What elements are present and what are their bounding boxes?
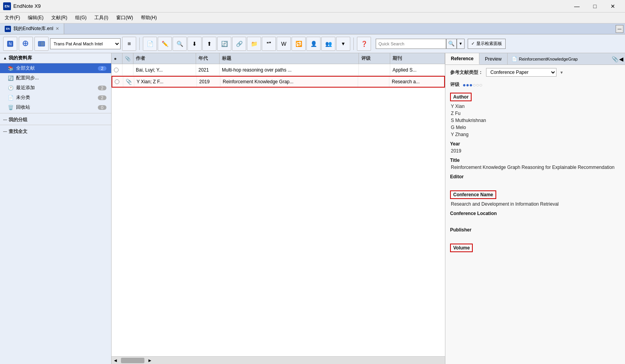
title-bar-controls: — □ ✕ (568, 0, 622, 13)
conference-name-field-value[interactable]: Research and Development in Information … (450, 201, 620, 208)
uncategorized-icon: 📄 (8, 95, 14, 100)
volume-field-label: Volume (450, 244, 473, 252)
menu-help[interactable]: 帮助(H) (138, 14, 160, 22)
close-button[interactable]: ✕ (604, 0, 622, 13)
star-1[interactable]: ● (463, 82, 466, 88)
my-library-label: 我的资料库 (9, 55, 32, 61)
th-journal[interactable]: 期刊 (390, 53, 445, 64)
sidebar-item-all-refs[interactable]: 📚 全部文献 2 (0, 63, 111, 73)
ref-type-select[interactable]: Conference Paper (486, 68, 557, 77)
attachment-icon: 📎 (126, 79, 131, 85)
menu-refs[interactable]: 文献(R) (48, 14, 70, 22)
my-library-header[interactable]: ▲ 我的资料库 (0, 53, 111, 63)
style-select[interactable]: Trans Pat Anal Mach Intel (50, 38, 121, 49)
volume-field-value[interactable] (450, 254, 620, 261)
minimize-button[interactable]: — (568, 0, 586, 13)
new-library-button[interactable]: N (3, 37, 17, 51)
editor-field-label: Editor (450, 174, 620, 179)
export-button[interactable]: ⬆ (202, 37, 216, 51)
sidebar-item-trash[interactable]: 🗑️ 回收站 0 (0, 102, 111, 112)
lib-tab-bar: EN 我的EndNote库.enl ✕ — (0, 23, 625, 34)
star-5[interactable]: ○ (476, 82, 479, 88)
collapse-right-panel-button[interactable]: ◀ (619, 56, 623, 62)
show-search-panel-button[interactable]: ✓ 显示检索面板 (468, 39, 506, 49)
show-panel-label: 显示检索面板 (476, 41, 502, 47)
tab-reference[interactable]: Reference (445, 53, 479, 65)
sidebar-item-recent[interactable]: 🕐 最近添加 2 (0, 83, 111, 93)
scroll-left-arrow[interactable]: ◄ (112, 358, 119, 363)
import-button[interactable]: ⬇ (187, 37, 202, 51)
search-submit-button[interactable]: 🔍 (446, 39, 457, 49)
publisher-field-value[interactable] (450, 233, 620, 240)
more-button[interactable]: ▼ (336, 37, 350, 51)
new-ref-button[interactable]: 📄 (143, 37, 157, 51)
app-title: EndNote X9 (13, 3, 41, 9)
star-2[interactable]: ● (466, 82, 469, 88)
sidebar-item-uncategorized[interactable]: 📄 未分类 2 (0, 93, 111, 102)
lib-tab-close-icon[interactable]: ✕ (56, 26, 59, 31)
author-field-value[interactable]: Y Xian Z Fu S Muthukrishnan G Melo Y Zha… (450, 103, 620, 138)
year-field-value[interactable]: 2019 (450, 147, 620, 154)
tab-preview[interactable]: Preview (479, 53, 508, 65)
svg-rect-6 (38, 41, 45, 46)
title-field-value[interactable]: Reinforcement Knowledge Graph Reasoning … (450, 164, 620, 171)
sidebar-item-sync[interactable]: 🔄 配置同步... (0, 73, 111, 83)
attach-tab-button[interactable]: 📎 (612, 56, 618, 62)
table-row-selected[interactable]: 📎 Y Xian; Z F... 2019 Reinforcement Know… (112, 76, 445, 88)
th-attach[interactable]: 📎 (122, 53, 133, 64)
tab-pdf[interactable]: 📄 ReinforcementKnowledgeGrap (508, 53, 610, 65)
rating-row: 评级 ● ● ● ○ ○ ○ (450, 81, 620, 88)
horizontal-scrollbar[interactable]: ◄ ► (112, 356, 445, 364)
online-search-button[interactable] (19, 37, 33, 51)
menu-edit[interactable]: 编辑(E) (25, 14, 47, 22)
scroll-handle[interactable] (121, 358, 144, 363)
th-title[interactable]: 标题 (220, 53, 359, 64)
lib-tab-minimize-btn[interactable]: — (616, 25, 623, 33)
menu-file[interactable]: 文件(F) (2, 14, 23, 22)
attach-button[interactable]: 📁 (247, 37, 261, 51)
maximize-button[interactable]: □ (586, 0, 604, 13)
ref-type-dropdown-arrow[interactable]: ▼ (560, 70, 564, 75)
th-rating[interactable]: 评级 (359, 53, 390, 64)
main-layout: ▲ 我的资料库 📚 全部文献 2 🔄 配置同步... 🕐 最近添加 2 📄 未分… (0, 53, 625, 364)
search-dropdown-button[interactable]: ▼ (457, 39, 465, 49)
star-6[interactable]: ○ (479, 82, 482, 88)
find-fulltext-text: 查找全文 (9, 128, 27, 135)
td-journal-1: Applied S... (390, 64, 445, 75)
td-author-2: Y Xian; Z F... (134, 77, 197, 87)
menu-tools[interactable]: 工具(I) (91, 14, 111, 22)
quick-search-input[interactable] (376, 39, 446, 49)
scroll-right-arrow[interactable]: ► (146, 358, 154, 363)
share-button[interactable]: 👤 (306, 37, 321, 51)
menu-window[interactable]: 窗口(W) (113, 14, 136, 22)
link-button[interactable]: 🔗 (232, 37, 246, 51)
search-online-button[interactable]: 🔍 (173, 37, 187, 51)
cite-button[interactable]: 🔄 (217, 37, 231, 51)
my-groups-label[interactable]: — 我的分组 (0, 114, 111, 124)
find-fulltext-label[interactable]: — 查找全文 (0, 126, 111, 136)
help-button[interactable]: ❓ (357, 37, 371, 51)
menu-group[interactable]: 组(G) (72, 14, 90, 22)
all-refs-icon: 📚 (8, 66, 14, 71)
conference-name-field-label: Conference Name (450, 190, 496, 199)
th-status[interactable]: ● (112, 53, 122, 64)
integrated-library-button[interactable] (34, 37, 49, 51)
star-4[interactable]: ○ (472, 82, 476, 88)
author-line-1: Y Xian (451, 103, 620, 110)
library-tab[interactable]: EN 我的EndNote库.enl ✕ (0, 23, 64, 34)
format-paper-button[interactable]: W (277, 37, 291, 51)
edit-ref-button[interactable]: ✏️ (158, 37, 172, 51)
conference-name-field-row: Conference Name Research and Development… (450, 190, 620, 208)
share2-button[interactable]: 👥 (321, 37, 335, 51)
star-3[interactable]: ● (469, 82, 472, 88)
sync-button[interactable]: 🔁 (292, 37, 306, 51)
quote-button[interactable]: ❝❞ (262, 37, 276, 51)
editor-field-value[interactable] (450, 180, 620, 187)
conference-location-field-value[interactable] (450, 217, 620, 224)
th-year[interactable]: 年代 (196, 53, 220, 64)
format-button[interactable]: ⊞ (122, 37, 136, 51)
th-author[interactable]: 作者 (133, 53, 196, 64)
td-title-2: Reinforcement Knowledge Grap... (220, 77, 358, 87)
toolbar-separator-1 (139, 38, 140, 50)
table-row[interactable]: Bai, Luyi; Y... 2021 Multi-hop reasoning… (112, 64, 445, 76)
